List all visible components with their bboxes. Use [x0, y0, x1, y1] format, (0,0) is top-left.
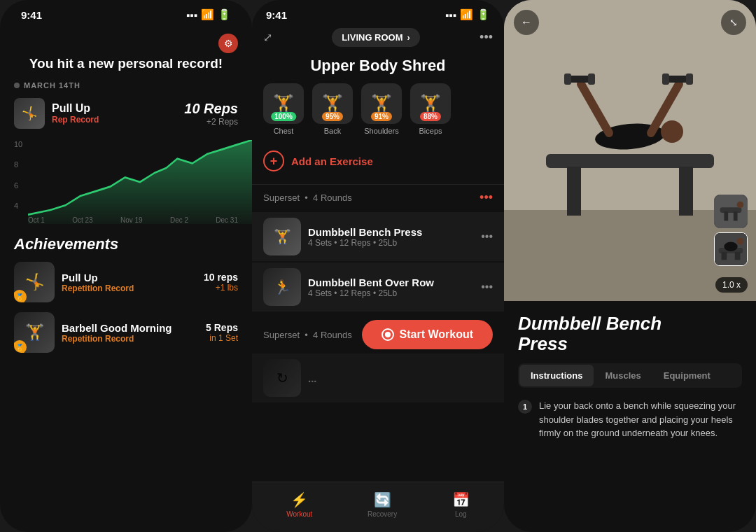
muscle-chest[interactable]: 🏋 100% Chest	[263, 83, 304, 135]
svg-point-6	[661, 120, 683, 143]
record-text: Pull Up Rep Record	[52, 102, 99, 125]
exercise-name: Pull Up	[52, 102, 99, 115]
start-workout-button[interactable]: Start Workout	[362, 320, 493, 349]
svg-point-19	[737, 202, 744, 209]
thumbnail-1[interactable]	[714, 195, 748, 228]
superset-1-header: Superset • 4 Rounds •••	[252, 188, 504, 211]
chart-svg	[28, 140, 252, 224]
muscle-shoulders-icon: 🏋 91%	[361, 83, 402, 124]
progress-chart: 10 8 6 4 Oct 1 Oct 23 Nov 19 Dec 2 Dec 3…	[14, 140, 238, 224]
detail-tabs: Instructions Muscles Equipment	[518, 363, 742, 388]
workout-nav-icon: ⚡	[290, 491, 308, 508]
status-icons-p2: ▪▪▪ 📶 🔋	[445, 8, 490, 21]
gear-icon: ⚙	[224, 38, 233, 49]
panel-workout: 9:41 ▪▪▪ 📶 🔋 ⤢ LIVING ROOM › ••• Upper B…	[252, 0, 504, 532]
muscle-shoulders[interactable]: 🏋 91% Shoulders	[361, 83, 402, 135]
pullup-achievement-thumb: 🤸 🏅	[14, 262, 55, 302]
svg-rect-18	[734, 211, 738, 220]
record-delta: +2 Reps	[184, 117, 238, 127]
record-type: Rep Record	[52, 115, 99, 125]
thumbnail-2[interactable]	[714, 232, 748, 266]
achievement-pullup: 🤸 🏅 Pull Up Repetition Record 10 reps +1…	[14, 262, 238, 302]
expand-button[interactable]: ⤡	[721, 10, 746, 35]
superset-2-header: Superset • 4 Rounds	[263, 330, 352, 340]
video-thumbnails	[714, 195, 748, 266]
playback-speed-badge[interactable]: 1.0 x	[715, 277, 748, 293]
svg-rect-23	[735, 252, 741, 260]
chart-y-labels: 10 8 6 4	[14, 140, 22, 210]
location-pill[interactable]: LIVING ROOM ›	[332, 28, 420, 47]
status-icons-p1: ▪▪▪ 📶 🔋	[186, 8, 231, 21]
instruction-text-1: Lie your back onto a bench while squeezi…	[539, 399, 742, 440]
status-bar-p2: 9:41 ▪▪▪ 📶 🔋	[252, 0, 504, 21]
achievements-title: Achievements	[14, 235, 238, 253]
tab-instructions[interactable]: Instructions	[519, 365, 594, 386]
bent-over-row-more[interactable]: •••	[481, 281, 493, 293]
achievement-name-pullup: Pull Up	[62, 272, 197, 284]
time-p1: 9:41	[21, 9, 42, 21]
chart-x-labels: Oct 1 Oct 23 Nov 19 Dec 2 Dec 31	[28, 216, 238, 224]
nav-workout[interactable]: ⚡ Workout	[286, 491, 312, 518]
nav-log[interactable]: 📅 Log	[452, 491, 470, 518]
record-row: 🤸 Pull Up Rep Record 10 Reps +2 Reps	[14, 98, 238, 129]
expand-icon: ⤡	[729, 17, 738, 28]
bench-press-thumbnail: 🏋	[263, 218, 301, 255]
achievement-badge-2: 🏅	[14, 340, 27, 353]
exercise-thumbnail: 🤸	[14, 98, 45, 129]
time-p2: 9:41	[266, 9, 287, 21]
step-number-1: 1	[518, 400, 532, 414]
achievement-name-barbell: Barbell Good Morning	[62, 322, 199, 334]
settings-button[interactable]: ⚙	[218, 34, 238, 53]
muscle-back-icon: 🏋 95%	[312, 83, 353, 124]
svg-rect-14	[686, 74, 693, 85]
exercise-row-bent-over-row[interactable]: 🏃 Dumbbell Bent Over Row 4 Sets • 12 Rep…	[252, 262, 504, 312]
exercise-row-partial[interactable]: ↻ ...	[252, 354, 504, 402]
superset-1-more[interactable]: •••	[479, 190, 493, 205]
nav-recovery[interactable]: 🔄 Recovery	[368, 491, 397, 518]
tab-equipment[interactable]: Equipment	[652, 365, 722, 386]
bent-over-row-thumbnail: 🏃	[263, 268, 301, 306]
svg-rect-10	[564, 74, 571, 85]
achievement-value-barbell: 5 Reps in 1 Set	[206, 322, 238, 343]
partial-exercise-thumbnail: ↻	[263, 359, 301, 397]
achievement-info-barbell: Barbell Good Morning Repetition Record	[62, 322, 199, 344]
muscle-group-strip: 🏋 100% Chest 🏋 95% Back 🏋 91% Shoulders …	[252, 83, 504, 146]
svg-point-25	[737, 238, 744, 245]
back-arrow-icon: ←	[521, 16, 532, 29]
svg-rect-17	[724, 211, 728, 220]
more-options-button[interactable]: •••	[479, 30, 493, 45]
record-reps-display: 10 Reps	[184, 101, 238, 117]
log-nav-icon: 📅	[452, 491, 470, 508]
muscle-biceps-icon: 🏋 88%	[410, 83, 451, 124]
record-info: 🤸 Pull Up Rep Record	[14, 98, 99, 129]
exercise-row-bench-press[interactable]: 🏋 Dumbbell Bench Press 4 Sets • 12 Reps …	[252, 212, 504, 261]
svg-rect-22	[722, 252, 727, 260]
svg-point-24	[724, 241, 737, 251]
svg-rect-13	[662, 74, 669, 85]
move-icon[interactable]: ⤢	[263, 31, 272, 44]
panel-personal-record: 9:41 ▪▪▪ 📶 🔋 ⚙ You hit a new personal re…	[0, 0, 252, 532]
bent-over-row-info: Dumbbell Bent Over Row 4 Sets • 12 Reps …	[308, 276, 474, 298]
svg-rect-3	[567, 167, 581, 216]
divider-1	[252, 184, 504, 185]
bench-press-more[interactable]: •••	[481, 230, 493, 243]
workout-title: Upper Body Shred	[252, 54, 504, 83]
tab-muscles[interactable]: Muscles	[594, 365, 652, 386]
bench-press-info: Dumbbell Bench Press 4 Sets • 12 Reps • …	[308, 226, 474, 248]
record-icon	[382, 328, 394, 341]
muscle-back[interactable]: 🏋 95% Back	[312, 83, 353, 135]
record-value: 10 Reps +2 Reps	[184, 101, 238, 127]
workout-header: ⤢ LIVING ROOM › •••	[252, 21, 504, 54]
svg-rect-16	[720, 207, 742, 213]
instruction-step-1: 1 Lie your back onto a bench while squee…	[518, 399, 742, 440]
svg-rect-4	[679, 167, 693, 216]
exercise-hero-image: ← ⤡	[504, 0, 756, 301]
achievement-info-pullup: Pull Up Repetition Record	[62, 272, 197, 293]
achievement-barbell: 🏋 🏅 Barbell Good Morning Repetition Reco…	[14, 312, 238, 353]
add-exercise-button[interactable]: + Add an Exercise	[252, 146, 504, 181]
exercise-detail-title: Dumbbell BenchPress	[518, 314, 742, 354]
personal-record-headline: You hit a new personal record!	[14, 56, 238, 71]
achievement-sub-barbell: Repetition Record	[62, 334, 199, 344]
muscle-biceps[interactable]: 🏋 88% Biceps	[410, 83, 451, 135]
back-button[interactable]: ←	[514, 10, 539, 35]
